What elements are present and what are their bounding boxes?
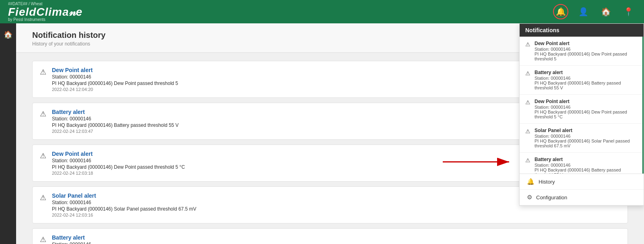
notification-station: Station: 00000146: [52, 200, 196, 205]
dropdown-history-label: History: [539, 179, 555, 185]
dropdown-item-desc: PI HQ Backyard (00000146) Battery passed…: [535, 81, 637, 90]
dropdown-item-body: Dew Point alert Station: 00000146 PI HQ …: [535, 99, 637, 119]
notification-body: Battery alert Station: 00000146 PI HQ Ba…: [52, 234, 179, 244]
dropdown-item-warning-icon: ⚠: [525, 128, 530, 134]
dropdown-item-title: Dew Point alert: [535, 99, 637, 104]
dropdown-configuration-item[interactable]: ⚙ Configuration: [520, 190, 644, 205]
dropdown-footer: 🔔 History ⚙ Configuration: [520, 174, 644, 205]
dropdown-item-warning-icon: ⚠: [525, 70, 530, 77]
notification-body: Battery alert Station: 00000146 PI HQ Ba…: [52, 109, 179, 134]
dropdown-history-item[interactable]: 🔔 History: [520, 174, 644, 190]
location-button[interactable]: 📍: [621, 4, 636, 19]
dropdown-item-desc: PI HQ Backyard (00000146) Solar Panel pa…: [535, 139, 637, 148]
header: ##DATE## / Wheat FieldClima𝓃e by Pessl I…: [0, 0, 644, 23]
notification-title: Battery alert: [52, 109, 179, 115]
notification-station: Station: 00000146: [52, 116, 179, 122]
logo-title: FieldClima𝓃e: [8, 6, 83, 19]
dropdown-item-desc: PI HQ Backyard (00000146) Dew Point pass…: [535, 52, 637, 61]
notification-station: Station: 00000146: [52, 242, 179, 244]
logo-by: by Pessl Instruments: [8, 17, 83, 22]
dropdown-item-body: Solar Panel alert Station: 00000146 PI H…: [535, 128, 637, 148]
dropdown-item-desc: PI HQ Backyard (00000146) Dew Point pass…: [535, 110, 637, 119]
notification-description: PI HQ Backyard (00000146) Dew Point pass…: [52, 81, 178, 86]
notifications-dropdown: Notifications ⚠ Dew Point alert Station:…: [519, 23, 644, 206]
dropdown-item[interactable]: ⚠ Battery alert Station: 00000146 PI HQ …: [520, 66, 642, 95]
notification-body: Dew Point alert Station: 00000146 PI HQ …: [52, 67, 178, 92]
dropdown-item-body: Battery alert Station: 00000146 PI HQ Ba…: [535, 157, 637, 174]
notification-card: ⚠ Battery alert Station: 00000146 PI HQ …: [32, 228, 628, 244]
dropdown-item-station: Station: 00000146: [535, 47, 637, 52]
notification-station: Station: 00000146: [52, 158, 185, 163]
notification-time: 2022-02-24 12:03:47: [52, 129, 179, 134]
dropdown-configuration-label: Configuration: [536, 194, 567, 201]
dropdown-items[interactable]: ⚠ Dew Point alert Station: 00000146 PI H…: [520, 37, 644, 174]
dropdown-header-label: Notifications: [525, 27, 559, 33]
dropdown-item-station: Station: 00000146: [535, 134, 637, 139]
history-bell-icon: 🔔: [527, 178, 535, 185]
notification-title: Battery alert: [52, 234, 179, 241]
notification-warning-icon: ⚠: [40, 151, 46, 160]
notification-warning-icon: ⚠: [40, 235, 46, 244]
notification-warning-icon: ⚠: [40, 193, 46, 202]
notification-station: Station: 00000146: [52, 74, 178, 80]
dropdown-item-warning-icon: ⚠: [525, 157, 530, 163]
notification-title: Solar Panel alert: [52, 192, 196, 199]
notification-description: PI HQ Backyard (00000146) Dew Point pass…: [52, 164, 185, 170]
dropdown-item-title: Dew Point alert: [535, 41, 637, 46]
notification-description: PI HQ Backyard (00000146) Solar Panel pa…: [52, 206, 196, 212]
notification-title: Dew Point alert: [52, 151, 185, 157]
notification-warning-icon: ⚠: [40, 68, 46, 77]
notification-time: 2022-02-24 12:03:16: [52, 213, 196, 217]
dropdown-item[interactable]: ⚠ Dew Point alert Station: 00000146 PI H…: [520, 37, 642, 66]
configuration-gear-icon: ⚙: [527, 194, 532, 201]
notification-body: Dew Point alert Station: 00000146 PI HQ …: [52, 151, 185, 176]
dropdown-item[interactable]: ⚠ Battery alert Station: 00000146 PI HQ …: [520, 153, 642, 174]
profile-button[interactable]: 👤: [576, 4, 591, 19]
dropdown-item-title: Battery alert: [535, 70, 637, 75]
dropdown-item-body: Battery alert Station: 00000146 PI HQ Ba…: [535, 70, 637, 90]
notification-description: PI HQ Backyard (00000146) Battery passed…: [52, 122, 179, 128]
dropdown-item-title: Solar Panel alert: [535, 128, 637, 133]
dropdown-item-body: Dew Point alert Station: 00000146 PI HQ …: [535, 41, 637, 61]
notification-body: Solar Panel alert Station: 00000146 PI H…: [52, 192, 196, 217]
dropdown-item-station: Station: 00000146: [535, 163, 637, 167]
notification-title: Dew Point alert: [52, 67, 178, 73]
dropdown-item[interactable]: ⚠ Dew Point alert Station: 00000146 PI H…: [520, 95, 642, 124]
sidebar: 🏠: [0, 23, 16, 244]
dropdown-item-warning-icon: ⚠: [525, 99, 530, 105]
notifications-button[interactable]: 🔔: [553, 4, 568, 19]
dropdown-item-station: Station: 00000146: [535, 105, 637, 110]
dropdown-header: Notifications: [520, 24, 644, 37]
dropdown-item-station: Station: 00000146: [535, 76, 637, 81]
notification-time: 2022-02-24 12:03:18: [52, 171, 185, 176]
home-button[interactable]: 🏠: [598, 4, 613, 19]
logo-area: ##DATE## / Wheat FieldClima𝓃e by Pessl I…: [8, 2, 83, 22]
header-icons: 🔔 👤 🏠 📍: [553, 4, 636, 19]
dropdown-item-warning-icon: ⚠: [525, 41, 530, 48]
sidebar-home-icon[interactable]: 🏠: [1, 27, 15, 42]
dropdown-item[interactable]: ⚠ Solar Panel alert Station: 00000146 PI…: [520, 124, 642, 153]
dropdown-item-desc: PI HQ Backyard (00000146) Battery passed…: [535, 167, 637, 174]
dropdown-item-title: Battery alert: [535, 157, 637, 162]
notification-warning-icon: ⚠: [40, 110, 46, 118]
notification-time: 2022-02-24 12:04:20: [52, 87, 178, 92]
